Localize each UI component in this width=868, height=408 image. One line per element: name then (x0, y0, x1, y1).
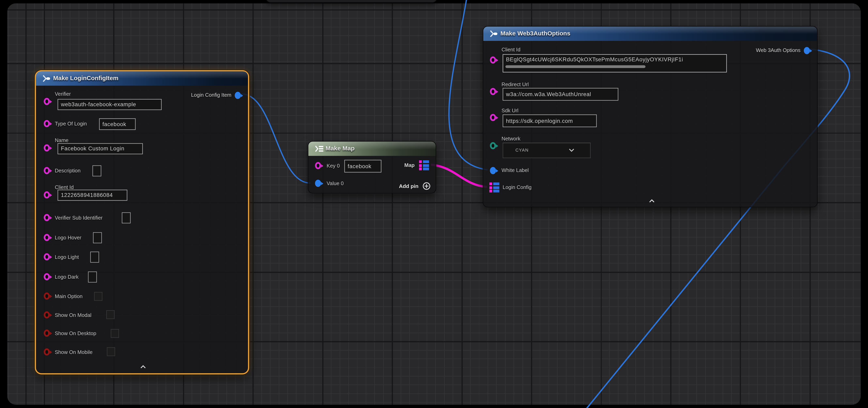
main-option-checkbox[interactable] (94, 292, 102, 301)
node-title: Make Web3AuthOptions (500, 30, 570, 36)
client-id-pin[interactable] (490, 57, 496, 64)
client-id-pin[interactable] (44, 191, 50, 199)
node-make-loginconfigitem[interactable]: Make LoginConfigItem Verifier web3auth-f… (35, 70, 249, 374)
show-on-mobile-checkbox[interactable] (107, 347, 115, 356)
make-struct-icon (489, 30, 498, 38)
logo-dark-pin[interactable] (44, 273, 50, 280)
key0-label: Key 0 (327, 163, 340, 169)
map-output-label: Map (404, 163, 415, 168)
type-of-login-input[interactable]: facebook (99, 118, 135, 130)
add-pin-button[interactable]: Add pin (399, 183, 418, 189)
login-config-label: Login Config (503, 185, 532, 190)
name-input[interactable]: Facebook Custom Login (58, 143, 143, 155)
node-header[interactable]: Make LoginConfigItem (36, 71, 248, 86)
sdk-url-pin[interactable] (490, 114, 496, 121)
show-on-modal-pin[interactable] (44, 311, 50, 318)
login-config-item-output-pin[interactable] (235, 92, 241, 99)
wire-loginconfigitem-to-value0[interactable] (242, 94, 310, 183)
web3auth-options-output-label: Web 3Auth Options (756, 47, 801, 53)
logo-hover-label: Logo Hover (55, 235, 81, 240)
logo-dark-label: Logo Dark (55, 274, 79, 280)
client-id-label: Client Id (501, 47, 520, 53)
logo-light-pin[interactable] (44, 253, 50, 261)
white-label-label: White Label (501, 168, 529, 173)
client-id-input-scrollbar[interactable] (505, 65, 645, 68)
verifier-label: Verifier (55, 91, 71, 97)
redirect-url-pin[interactable] (490, 88, 496, 95)
show-on-mobile-pin[interactable] (44, 348, 50, 355)
node-header[interactable]: Make Map (308, 141, 436, 156)
show-on-desktop-label: Show On Desktop (55, 331, 96, 336)
main-option-label: Main Option (55, 294, 83, 299)
key0-input[interactable]: facebook (344, 160, 381, 173)
wire-top-to-whitelabel[interactable] (449, 0, 487, 170)
name-pin[interactable] (44, 144, 50, 151)
description-label: Description (55, 168, 81, 174)
make-map-icon (314, 145, 324, 152)
collapse-chevron-icon[interactable] (649, 199, 655, 203)
redirect-url-label: Redirect Url (501, 82, 529, 87)
type-of-login-pin[interactable] (44, 120, 50, 127)
sdk-url-label: Sdk Url (501, 108, 518, 113)
node-title: Make LoginConfigItem (53, 74, 118, 81)
map-output-pin[interactable] (419, 160, 429, 170)
add-pin-icon[interactable] (423, 182, 431, 190)
main-option-pin[interactable] (44, 293, 50, 300)
show-on-desktop-checkbox[interactable] (111, 329, 119, 338)
sdk-url-input[interactable]: https://sdk.openlogin.com (503, 114, 597, 127)
type-of-login-label: Type Of Login (55, 121, 87, 127)
value0-label: Value 0 (327, 181, 344, 186)
verifier-pin[interactable] (44, 98, 50, 105)
login-config-pin[interactable] (489, 182, 499, 193)
web3auth-options-output-pin[interactable] (804, 47, 810, 54)
show-on-mobile-label: Show On Mobile (55, 349, 92, 355)
network-label: Network (501, 136, 520, 141)
verifier-input[interactable]: web3auth-facebook-example (58, 99, 162, 110)
logo-hover-pin[interactable] (44, 234, 50, 241)
client-id-input[interactable]: 1222658941886084 (58, 190, 127, 201)
show-on-modal-label: Show On Modal (55, 312, 91, 318)
node-make-web3authoptions[interactable]: Make Web3AuthOptions Client Id BEglQSgt4… (483, 26, 817, 207)
make-struct-icon (42, 75, 51, 82)
verifier-sub-identifier-label: Verifier Sub Identifier (55, 215, 102, 220)
verifier-sub-identifier-input[interactable] (122, 212, 131, 224)
collapse-chevron-icon[interactable] (140, 365, 146, 369)
description-input[interactable] (92, 165, 101, 176)
key0-pin[interactable] (315, 162, 321, 169)
logo-hover-input[interactable] (93, 232, 102, 243)
node-title: Make Map (326, 144, 355, 151)
redirect-url-input[interactable]: w3a://com.w3a.Web3AuthUnreal (503, 88, 618, 101)
logo-light-input[interactable] (90, 251, 99, 263)
node-make-map[interactable]: Make Map Key 0 facebook Map Value 0 Add … (308, 141, 436, 194)
blueprint-graph-editor[interactable]: Make LoginConfigItem Verifier web3auth-f… (0, 0, 868, 408)
logo-light-label: Logo Light (55, 254, 79, 260)
name-label: Name (55, 138, 68, 143)
white-label-pin[interactable] (490, 167, 496, 174)
network-dropdown[interactable]: CYAN (503, 143, 591, 158)
verifier-sub-identifier-pin[interactable] (44, 214, 50, 221)
chevron-down-icon (568, 148, 575, 152)
show-on-modal-checkbox[interactable] (106, 310, 115, 319)
show-on-desktop-pin[interactable] (44, 330, 50, 337)
network-selected-value: CYAN (516, 147, 529, 152)
description-pin[interactable] (44, 167, 50, 174)
node-header[interactable]: Make Web3AuthOptions (483, 27, 817, 41)
client-id-input[interactable]: BEglQSgt4cUWcj6SKRdu5QkOXTsePmMcusG5EAoy… (503, 54, 727, 72)
network-pin[interactable] (490, 142, 496, 149)
logo-dark-input[interactable] (88, 271, 97, 282)
client-id-label: Client Id (55, 185, 73, 190)
login-config-item-output-label: Login Config Item (191, 92, 231, 98)
value0-pin[interactable] (315, 180, 321, 187)
